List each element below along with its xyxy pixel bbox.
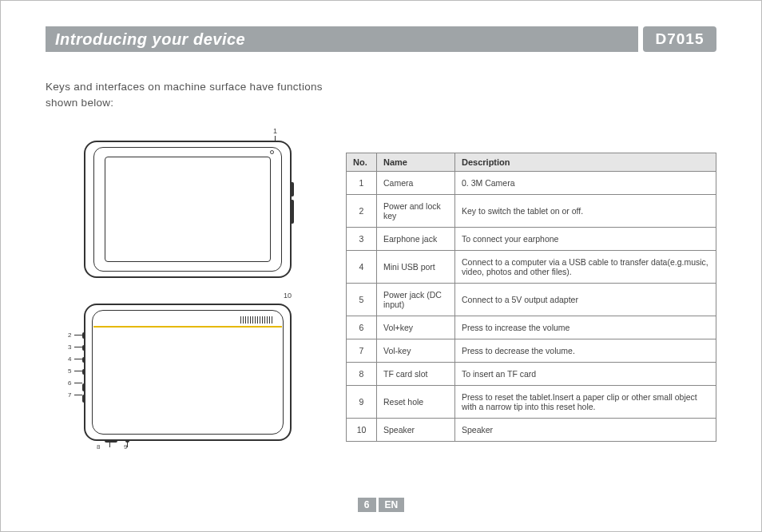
cell-no: 2 bbox=[347, 195, 377, 228]
port-icon bbox=[82, 369, 85, 375]
cell-no: 5 bbox=[347, 284, 377, 316]
cell-name: Vol-key bbox=[377, 339, 455, 363]
th-no: No. bbox=[347, 153, 377, 172]
callout-8: 8 bbox=[97, 444, 100, 451]
camera-icon bbox=[270, 150, 274, 154]
model-badge: D7015 bbox=[643, 26, 716, 52]
header-title: Introducing your device bbox=[46, 26, 638, 52]
cell-no: 10 bbox=[347, 419, 377, 442]
table-row: 2Power and lock keyKey to switch the tab… bbox=[347, 195, 716, 228]
port-icon bbox=[82, 345, 85, 351]
intro-text: Keys and interfaces on machine surface h… bbox=[46, 79, 323, 110]
port-icon bbox=[82, 332, 85, 339]
th-name: Name bbox=[377, 153, 455, 172]
page-footer: 6 EN bbox=[1, 498, 761, 512]
cell-name: Power jack (DC input) bbox=[377, 284, 455, 316]
callout-1: 1 bbox=[273, 128, 277, 135]
th-desc: Description bbox=[455, 153, 716, 172]
cell-name: Earphone jack bbox=[377, 228, 455, 251]
cell-desc: Connect to a 5V output adapter bbox=[455, 284, 716, 316]
cell-no: 3 bbox=[347, 228, 377, 251]
table-header-row: No. Name Description bbox=[347, 153, 716, 172]
cell-no: 1 bbox=[347, 172, 377, 195]
callout-9: 9 bbox=[124, 444, 127, 451]
cell-desc: Press to reset the tablet.Insert a paper… bbox=[455, 386, 716, 419]
table-row: 9Reset holePress to reset the tablet.Ins… bbox=[347, 386, 716, 419]
callout-line bbox=[109, 442, 110, 447]
device-diagram: 1 10 2 3 4 5 6 7 8 9 bbox=[68, 141, 308, 441]
cell-name: TF card slot bbox=[377, 363, 455, 386]
cell-name: Camera bbox=[377, 172, 455, 195]
port-icon bbox=[82, 395, 85, 403]
cell-desc: Connect to a computer via a USB cable to… bbox=[455, 251, 716, 284]
table-row: 1Camera0. 3M Camera bbox=[347, 172, 716, 195]
cell-name: Mini USB port bbox=[377, 251, 455, 284]
page-number: 6 bbox=[358, 498, 376, 512]
cell-desc: Speaker bbox=[455, 419, 716, 442]
features-table: No. Name Description 1Camera0. 3M Camera… bbox=[346, 153, 716, 442]
cell-no: 7 bbox=[347, 339, 377, 363]
table-row: 6Vol+keyPress to increase the volume bbox=[347, 316, 716, 339]
cell-no: 6 bbox=[347, 316, 377, 339]
side-button-icon bbox=[290, 200, 294, 224]
device-back-view: 2 3 4 5 6 7 8 9 bbox=[84, 304, 292, 441]
cell-name: Reset hole bbox=[377, 386, 455, 419]
speaker-icon bbox=[240, 316, 272, 324]
cell-no: 4 bbox=[347, 251, 377, 284]
cell-desc: Press to decrease the volume. bbox=[455, 339, 716, 363]
cell-name: Vol+key bbox=[377, 316, 455, 339]
table-row: 7Vol-keyPress to decrease the volume. bbox=[347, 339, 716, 363]
slot-icon bbox=[105, 439, 117, 443]
callout-10: 10 bbox=[284, 292, 292, 300]
cell-name: Power and lock key bbox=[377, 195, 455, 228]
cell-desc: Press to increase the volume bbox=[455, 316, 716, 339]
callout-2: 2 bbox=[68, 332, 71, 339]
port-icon bbox=[82, 383, 85, 391]
cell-name: Speaker bbox=[377, 419, 455, 442]
intro-line-1: Keys and interfaces on machine surface h… bbox=[46, 79, 323, 95]
callout-7: 7 bbox=[68, 392, 71, 399]
callout-4: 4 bbox=[68, 356, 71, 363]
port-icon bbox=[82, 357, 85, 363]
cell-desc: Key to switch the tablet on or off. bbox=[455, 195, 716, 228]
table-row: 5Power jack (DC input)Connect to a 5V ou… bbox=[347, 284, 716, 316]
table-row: 8TF card slotTo insert an TF card bbox=[347, 363, 716, 386]
cell-no: 8 bbox=[347, 363, 377, 386]
cell-desc: To connect your earphone bbox=[455, 228, 716, 251]
accent-line-icon bbox=[93, 326, 282, 328]
language-badge: EN bbox=[379, 498, 405, 512]
callout-5: 5 bbox=[68, 368, 71, 375]
side-callouts: 2 3 4 5 6 7 bbox=[68, 332, 71, 404]
device-front-view: 1 bbox=[84, 141, 292, 278]
cell-no: 9 bbox=[347, 386, 377, 419]
intro-line-2: shown below: bbox=[46, 95, 323, 111]
table: No. Name Description 1Camera0. 3M Camera… bbox=[346, 153, 716, 442]
table-row: 3Earphone jackTo connect your earphone bbox=[347, 228, 716, 251]
callout-6: 6 bbox=[68, 380, 71, 387]
table-row: 4Mini USB portConnect to a computer via … bbox=[347, 251, 716, 284]
cell-desc: 0. 3M Camera bbox=[455, 172, 716, 195]
cell-desc: To insert an TF card bbox=[455, 363, 716, 386]
table-row: 10SpeakerSpeaker bbox=[347, 419, 716, 442]
page-header: Introducing your device D7015 bbox=[46, 26, 716, 52]
callout-3: 3 bbox=[68, 344, 71, 351]
side-button-icon bbox=[290, 182, 294, 197]
